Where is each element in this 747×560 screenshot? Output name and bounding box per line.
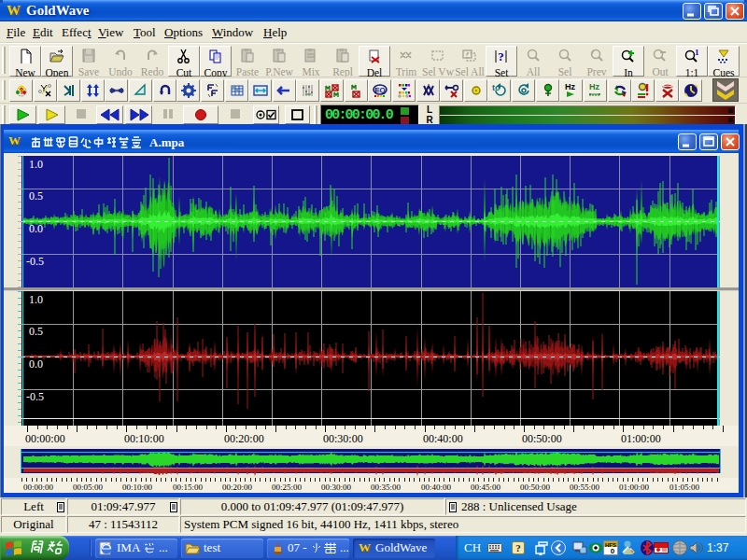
svg-text:0: 0	[611, 547, 615, 555]
svg-text:?: ?	[515, 542, 521, 553]
